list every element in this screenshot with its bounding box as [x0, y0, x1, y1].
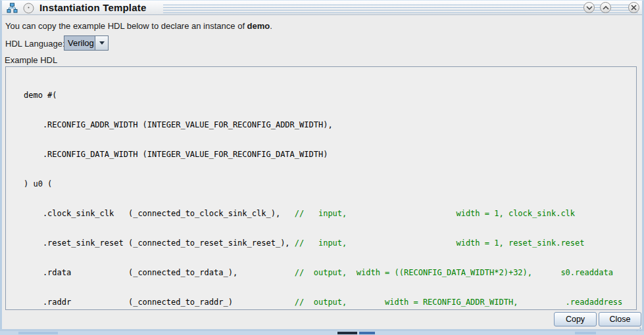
example-hdl-code-area[interactable]: demo #( .RECONFIG_ADDR_WIDTH (INTEGER_VA… [5, 66, 637, 310]
background-window-fragment [18, 332, 58, 334]
unshade-button[interactable] [600, 2, 611, 13]
example-hdl-label: Example HDL [5, 55, 57, 65]
hdl-language-value: Verilog [64, 36, 95, 50]
background-window-fragment [359, 332, 375, 334]
hdl-language-label: HDL Language: [5, 39, 65, 49]
dropdown-arrow-icon [99, 41, 105, 45]
chevron-up-icon [603, 6, 609, 10]
button-row: Copy Close [2, 311, 642, 328]
background-window-fragment [575, 332, 596, 334]
intro-text: You can copy the example HDL below to de… [5, 21, 272, 31]
hdl-language-dropdown-button[interactable] [95, 36, 108, 50]
instance-name: demo [247, 21, 270, 31]
close-button[interactable]: Close [599, 312, 641, 326]
background-window-sliver [0, 331, 644, 335]
chevron-down-icon [586, 6, 593, 10]
background-window-fragment [337, 332, 357, 334]
intro-before: You can copy the example HDL below to de… [5, 21, 247, 31]
shade-button[interactable] [583, 2, 595, 13]
close-icon [631, 5, 637, 11]
code-line: .raddr (_connected_to_raddr_) // output,… [24, 298, 636, 307]
hdl-language-select[interactable]: Verilog [64, 35, 109, 51]
code-line: .reset_sink_reset (_connected_to_reset_s… [24, 238, 636, 248]
dialog-content: You can copy the example HDL below to de… [2, 16, 642, 329]
code-line: .clock_sink_clk (_connected_to_clock_sin… [24, 209, 636, 219]
intro-after: . [270, 21, 272, 31]
instantiation-template-dialog: Instantiation Template You can copy the … [0, 0, 644, 331]
qsys-hierarchy-icon [7, 3, 18, 13]
hdl-code: demo #( .RECONFIG_ADDR_WIDTH (INTEGER_VA… [6, 67, 636, 310]
code-line: .RECONFIG_ADDR_WIDTH (INTEGER_VALUE_FOR_… [24, 120, 636, 130]
titlebar[interactable]: Instantiation Template [2, 1, 642, 15]
window-title: Instantiation Template [39, 2, 146, 13]
resize-grip[interactable] [636, 323, 641, 328]
code-line: demo #( [24, 91, 636, 100]
code-line: .rdata (_connected_to_rdata_), // output… [24, 268, 636, 278]
code-line: .RECONFIG_DATA_WIDTH (INTEGER_VALUE_FOR_… [24, 150, 636, 160]
close-window-button[interactable] [628, 2, 639, 13]
circle-icon [23, 3, 34, 14]
code-line: ) u0 ( [24, 179, 636, 189]
copy-button[interactable]: Copy [554, 312, 597, 326]
titlebar-stripes [163, 5, 638, 13]
